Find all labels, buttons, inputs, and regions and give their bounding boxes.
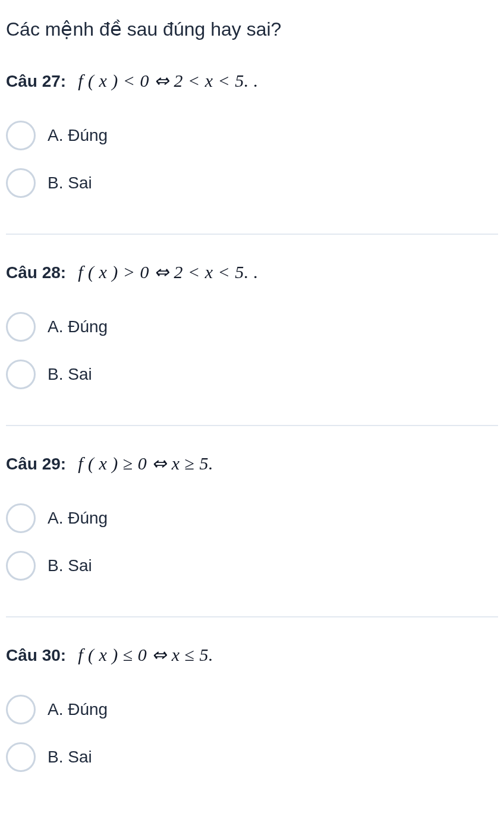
math-expression: f ( x ) ≥ 0 ⇔ x ≥ 5.	[78, 453, 213, 474]
radio-icon	[6, 742, 36, 772]
options-group: A. Đúng B. Sai	[6, 503, 498, 581]
option-a[interactable]: A. Đúng	[6, 312, 498, 342]
radio-icon	[6, 695, 36, 724]
question-line: Câu 28: f ( x ) > 0 ⇔ 2 < x < 5. .	[6, 261, 498, 282]
question-label: Câu 27:	[6, 72, 66, 91]
divider	[6, 425, 498, 426]
radio-icon	[6, 121, 36, 150]
options-group: A. Đúng B. Sai	[6, 695, 498, 772]
option-text: B. Sai	[48, 174, 92, 193]
question-29: Câu 29: f ( x ) ≥ 0 ⇔ x ≥ 5. A. Đúng B. …	[6, 453, 498, 581]
divider	[6, 234, 498, 235]
header-text: Các mệnh đề sau đúng hay sai?	[6, 18, 498, 40]
question-label: Câu 28:	[6, 263, 66, 282]
math-expression: f ( x ) > 0 ⇔ 2 < x < 5. .	[78, 261, 259, 282]
question-line: Câu 30: f ( x ) ≤ 0 ⇔ x ≤ 5.	[6, 644, 498, 665]
question-label: Câu 30:	[6, 646, 66, 665]
radio-icon	[6, 360, 36, 389]
question-line: Câu 27: f ( x ) < 0 ⇔ 2 < x < 5. .	[6, 70, 498, 91]
question-27: Câu 27: f ( x ) < 0 ⇔ 2 < x < 5. . A. Đú…	[6, 70, 498, 198]
radio-icon	[6, 503, 36, 533]
radio-icon	[6, 551, 36, 581]
option-a[interactable]: A. Đúng	[6, 121, 498, 150]
question-line: Câu 29: f ( x ) ≥ 0 ⇔ x ≥ 5.	[6, 453, 498, 474]
question-label: Câu 29:	[6, 455, 66, 474]
option-text: A. Đúng	[48, 126, 108, 145]
options-group: A. Đúng B. Sai	[6, 121, 498, 198]
option-b[interactable]: B. Sai	[6, 360, 498, 389]
radio-icon	[6, 312, 36, 342]
option-b[interactable]: B. Sai	[6, 168, 498, 198]
question-28: Câu 28: f ( x ) > 0 ⇔ 2 < x < 5. . A. Đú…	[6, 261, 498, 389]
option-text: B. Sai	[48, 365, 92, 384]
option-text: A. Đúng	[48, 700, 108, 719]
divider	[6, 616, 498, 617]
option-text: A. Đúng	[48, 509, 108, 528]
option-a[interactable]: A. Đúng	[6, 503, 498, 533]
option-a[interactable]: A. Đúng	[6, 695, 498, 724]
option-text: B. Sai	[48, 556, 92, 575]
option-b[interactable]: B. Sai	[6, 742, 498, 772]
option-b[interactable]: B. Sai	[6, 551, 498, 581]
option-text: A. Đúng	[48, 317, 108, 336]
math-expression: f ( x ) < 0 ⇔ 2 < x < 5. .	[78, 70, 259, 91]
math-expression: f ( x ) ≤ 0 ⇔ x ≤ 5.	[78, 644, 213, 665]
radio-icon	[6, 168, 36, 198]
options-group: A. Đúng B. Sai	[6, 312, 498, 389]
question-30: Câu 30: f ( x ) ≤ 0 ⇔ x ≤ 5. A. Đúng B. …	[6, 644, 498, 772]
option-text: B. Sai	[48, 748, 92, 767]
